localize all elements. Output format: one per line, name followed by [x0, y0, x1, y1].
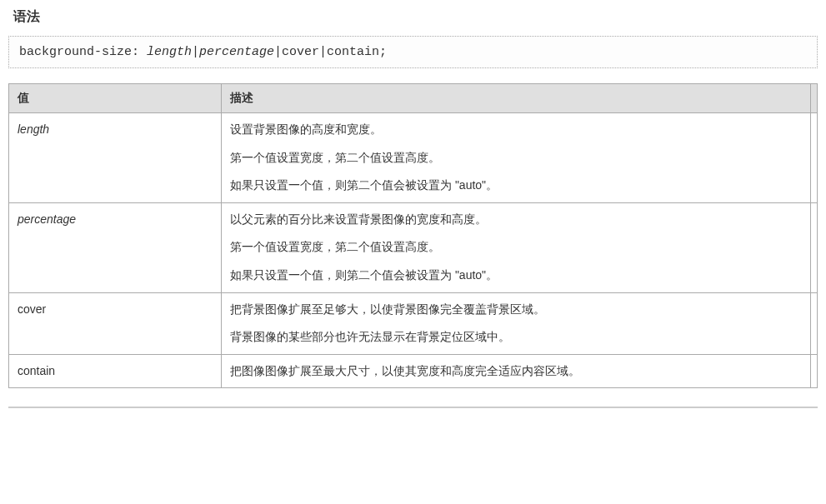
- description-cell: 把图像图像扩展至最大尺寸，以使其宽度和高度完全适应内容区域。: [222, 354, 811, 388]
- extra-cell: [811, 292, 818, 354]
- description-line: 设置背景图像的高度和宽度。: [230, 122, 802, 138]
- description-line: 第一个值设置宽度，第二个值设置高度。: [230, 239, 802, 256]
- description-line: 如果只设置一个值，则第二个值会被设置为 "auto"。: [230, 177, 802, 194]
- value-cell: contain: [9, 354, 222, 388]
- description-line: 以父元素的百分比来设置背景图像的宽度和高度。: [230, 212, 802, 228]
- description-line: 第一个值设置宽度，第二个值设置高度。: [230, 150, 802, 167]
- description-cell: 以父元素的百分比来设置背景图像的宽度和高度。第一个值设置宽度，第二个值设置高度。…: [222, 202, 811, 292]
- table-row: cover把背景图像扩展至足够大，以使背景图像完全覆盖背景区域。背景图像的某些部…: [9, 292, 818, 354]
- syntax-code-box: background-size: length|percentage|cover…: [8, 36, 818, 68]
- code-sep1: |: [192, 45, 199, 59]
- section-heading: 语法: [8, 8, 818, 26]
- extra-cell: [811, 113, 818, 203]
- table-row: percentage以父元素的百分比来设置背景图像的宽度和高度。第一个值设置宽度…: [9, 202, 818, 292]
- description-line: 把背景图像扩展至足够大，以使背景图像完全覆盖背景区域。: [230, 302, 802, 318]
- header-value: 值: [9, 84, 222, 113]
- table-row: contain把图像图像扩展至最大尺寸，以使其宽度和高度完全适应内容区域。: [9, 354, 818, 388]
- description-line: 把图像图像扩展至最大尺寸，以使其宽度和高度完全适应内容区域。: [230, 363, 802, 380]
- header-description: 描述: [222, 84, 811, 113]
- value-cell: length: [9, 113, 222, 203]
- bottom-divider: [8, 407, 818, 408]
- description-cell: 把背景图像扩展至足够大，以使背景图像完全覆盖背景区域。背景图像的某些部分也许无法…: [222, 292, 811, 354]
- value-cell: percentage: [9, 202, 222, 292]
- code-rest: |cover|contain;: [274, 45, 387, 59]
- extra-cell: [811, 354, 818, 388]
- extra-cell: [811, 202, 818, 292]
- description-cell: 设置背景图像的高度和宽度。第一个值设置宽度，第二个值设置高度。如果只设置一个值，…: [222, 113, 811, 203]
- value-cell: cover: [9, 292, 222, 354]
- table-row: length设置背景图像的高度和宽度。第一个值设置宽度，第二个值设置高度。如果只…: [9, 113, 818, 203]
- description-line: 背景图像的某些部分也许无法显示在背景定位区域中。: [230, 329, 802, 346]
- header-extra: [811, 84, 818, 113]
- table-header-row: 值 描述: [9, 84, 818, 113]
- code-italic-length: length: [147, 45, 192, 59]
- description-line: 如果只设置一个值，则第二个值会被设置为 "auto"。: [230, 267, 802, 284]
- table-body: length设置背景图像的高度和宽度。第一个值设置宽度，第二个值设置高度。如果只…: [9, 113, 818, 388]
- values-table: 值 描述 length设置背景图像的高度和宽度。第一个值设置宽度，第二个值设置高…: [8, 83, 818, 388]
- code-italic-percentage: percentage: [199, 45, 274, 59]
- code-prefix: background-size:: [19, 45, 147, 59]
